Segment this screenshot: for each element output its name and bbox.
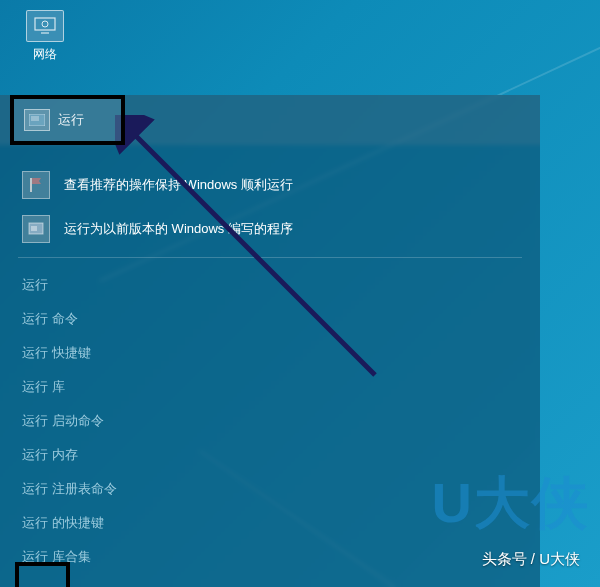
result-item[interactable]: 查看推荐的操作保持 Windows 顺利运行 [0,163,540,207]
run-icon [24,109,50,131]
result-text: 运行为以前版本的 Windows 编写的程序 [64,220,293,238]
suggestion-item[interactable]: 运行 库合集 [0,540,540,574]
svg-point-1 [42,21,48,27]
search-top-result[interactable]: 运行 [10,95,125,145]
svg-rect-7 [31,226,37,231]
compatibility-icon [22,215,50,243]
desktop-icon-network[interactable]: 网络 [20,10,70,63]
result-text: 查看推荐的操作保持 Windows 顺利运行 [64,176,293,194]
flag-icon [22,171,50,199]
svg-rect-4 [31,116,39,121]
svg-rect-0 [35,18,55,30]
divider [18,257,522,258]
suggestion-item[interactable]: 运行 快捷键 [0,336,540,370]
suggestion-item[interactable]: 运行 库 [0,370,540,404]
annotation-box-bottom [15,562,70,587]
suggestion-item[interactable]: 运行 [0,268,540,302]
desktop-icon-label: 网络 [20,46,70,63]
suggested-results: 查看推荐的操作保持 Windows 顺利运行 运行为以前版本的 Windows … [0,145,540,251]
network-icon [26,10,64,42]
watermark-logo: U大侠 [432,466,590,542]
show-all-results[interactable]: 显示与"运行"匹配的所有结果 [0,578,540,587]
suggestion-item[interactable]: 运行 启动命令 [0,404,540,438]
result-item[interactable]: 运行为以前版本的 Windows 编写的程序 [0,207,540,251]
svg-rect-5 [30,178,32,192]
suggestion-item[interactable]: 运行 命令 [0,302,540,336]
attribution-text: 头条号 / U大侠 [482,550,580,569]
search-top-result-label: 运行 [58,111,84,129]
